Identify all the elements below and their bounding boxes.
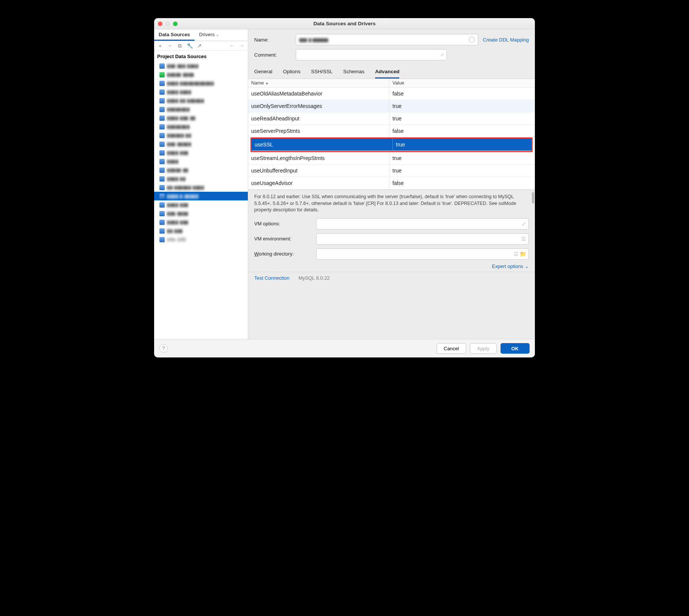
property-value[interactable]: true: [389, 152, 535, 164]
property-row[interactable]: useServerPrepStmtsfalse: [248, 125, 535, 137]
property-value[interactable]: false: [389, 125, 535, 137]
sidebar-item[interactable]: ▮▮▮ ▮▮▮ ▮▮▮▮: [154, 62, 248, 70]
footer: ? Cancel Apply OK: [154, 339, 535, 357]
tab-data-sources[interactable]: Data Sources: [154, 29, 195, 41]
col-name[interactable]: Name▲: [248, 79, 389, 87]
property-row[interactable]: useOnlyServerErrorMessagestrue: [248, 100, 535, 112]
sidebar-item[interactable]: ▮▮▮▮▮▮▮▮: [154, 105, 248, 114]
property-value[interactable]: false: [389, 88, 535, 100]
sidebar-item-label: ▮▮▮▮ ▮▮▮: [167, 150, 188, 156]
help-icon[interactable]: ?: [159, 344, 168, 353]
tab-schemas[interactable]: Schemas: [343, 66, 365, 79]
titlebar: Data Sources and Drivers: [154, 18, 535, 29]
sidebar-item[interactable]: ▮▮▮▮ ▮ ▮▮▮▮▮: [154, 192, 248, 200]
property-row[interactable]: useOldAliasMetadataBehaviorfalse: [248, 88, 535, 100]
expand-icon[interactable]: ⤢: [522, 221, 526, 227]
sidebar-item-label: ▮▮▮▮▮ ▮▮▮▮: [167, 72, 194, 77]
chevron-down-icon: ⌄: [216, 32, 219, 37]
sidebar-item[interactable]: ▮▮▮▮ ▮▮: [154, 174, 248, 183]
settings-icon[interactable]: 🔧: [187, 43, 193, 49]
tab-advanced[interactable]: Advanced: [375, 66, 400, 79]
sidebar-item[interactable]: info 100: [154, 235, 248, 244]
duplicate-icon[interactable]: ⧉: [177, 43, 183, 49]
datasource-icon: [159, 116, 165, 121]
close-icon[interactable]: [158, 22, 162, 26]
property-value[interactable]: false: [389, 177, 535, 189]
datasource-icon: [159, 81, 165, 86]
sidebar-item[interactable]: ▮▮▮▮ ▮▮▮▮: [154, 88, 248, 96]
sidebar-item[interactable]: ▮▮▮ ▮▮▮▮▮: [154, 140, 248, 148]
property-value[interactable]: true: [389, 100, 535, 112]
col-value[interactable]: Value: [389, 79, 535, 87]
vmenv-field[interactable]: ☰: [316, 233, 529, 245]
sidebar-item-label: ▮▮▮▮▮▮▮▮: [167, 124, 190, 129]
chevron-down-icon: ⌄: [525, 263, 529, 269]
property-row[interactable]: useStreamLengthsInPrepStmtstrue: [248, 152, 535, 165]
expand-icon[interactable]: ⤢: [440, 52, 444, 57]
sidebar-item[interactable]: ▮▮▮▮ ▮▮ ▮▮▮▮▮▮: [154, 96, 248, 105]
comment-field[interactable]: ⤢: [296, 49, 447, 60]
sidebar-item[interactable]: ▮▮▮▮ ▮▮▮ ▮▮: [154, 114, 248, 122]
remove-icon[interactable]: −: [167, 43, 173, 49]
sidebar-item[interactable]: ▮▮▮▮▮ ▮▮: [154, 166, 248, 174]
back-arrow-icon[interactable]: ←: [229, 43, 235, 49]
create-ddl-link[interactable]: Create DDL Mapping: [483, 37, 529, 43]
ok-button[interactable]: OK: [501, 343, 530, 354]
sidebar-item[interactable]: ▮▮▮▮ ▮▮▮: [154, 200, 248, 209]
sidebar-item[interactable]: ▮▮▮▮ ▮▮▮: [154, 218, 248, 226]
add-icon[interactable]: ＋: [157, 43, 163, 49]
apply-button[interactable]: Apply: [470, 343, 497, 354]
tab-general[interactable]: General: [254, 66, 272, 79]
list-icon[interactable]: ☰: [514, 251, 519, 257]
property-row[interactable]: useReadAheadInputtrue: [248, 112, 535, 125]
color-circle-icon[interactable]: [469, 37, 475, 43]
sources-list[interactable]: ▮▮▮ ▮▮▮ ▮▮▮▮▮▮▮▮▮ ▮▮▮▮▮▮▮▮ ▮▮▮▮▮▮▮▮▮▮▮▮▮…: [154, 62, 248, 339]
property-row[interactable]: useUsageAdvisorfalse: [248, 177, 535, 189]
tab-drivers[interactable]: Drivers⌄: [195, 29, 224, 41]
forward-arrow-icon[interactable]: →: [239, 43, 245, 49]
sidebar-item[interactable]: ▮▮▮▮▮▮ ▮▮: [154, 131, 248, 140]
wd-field[interactable]: ☰📁: [316, 248, 529, 260]
vmopt-field[interactable]: ⤢: [316, 218, 529, 229]
panel-tabs: General Options SSH/SSL Schemas Advanced: [248, 65, 535, 79]
tab-options[interactable]: Options: [283, 66, 301, 79]
sidebar-item[interactable]: ▮▮▮▮▮▮▮▮: [154, 122, 248, 131]
tab-sshssl[interactable]: SSH/SSL: [311, 66, 333, 79]
test-connection-link[interactable]: Test Connection: [254, 275, 289, 281]
property-value[interactable]: true: [393, 139, 531, 151]
scrollbar-thumb[interactable]: [532, 192, 534, 203]
datasource-icon: [159, 220, 165, 225]
vmenv-label: VM environment:: [254, 236, 311, 242]
datasource-icon: [159, 194, 165, 199]
sidebar-item[interactable]: ▮▮ ▮▮▮▮▮▮ ▮▮▮▮: [154, 183, 248, 192]
property-name: useServerPrepStmts: [248, 125, 389, 137]
property-name: useStreamLengthsInPrepStmts: [248, 152, 389, 164]
export-icon[interactable]: ↗: [196, 43, 202, 49]
property-value[interactable]: true: [389, 112, 535, 125]
datasource-icon: [159, 142, 165, 147]
property-row[interactable]: useUnbufferedInputtrue: [248, 165, 535, 177]
driver-version: MySQL 8.0.22: [298, 275, 330, 281]
sidebar-item[interactable]: ▮▮▮▮▮ ▮▮▮▮: [154, 70, 248, 79]
property-row[interactable]: useSSLtrue: [252, 139, 531, 151]
datasource-icon: [159, 237, 165, 242]
folder-icon[interactable]: 📁: [520, 251, 526, 257]
section-title: Project Data Sources: [154, 51, 248, 62]
main-panel: Name: ▮▮▮ ▮ ▮▮▮▮▮▮ Create DDL Mapping Co…: [248, 29, 535, 339]
property-value[interactable]: true: [389, 165, 535, 177]
sidebar-item[interactable]: ▮▮▮▮: [154, 157, 248, 166]
list-icon[interactable]: ☰: [521, 236, 526, 242]
sidebar-item[interactable]: ▮▮▮ ▮▮▮▮: [154, 209, 248, 218]
zoom-icon[interactable]: [173, 22, 178, 26]
property-name: useOldAliasMetadataBehavior: [248, 88, 389, 100]
sidebar-item-label: ▮▮▮▮ ▮▮ ▮▮▮▮▮▮: [167, 98, 204, 103]
property-name: useOnlyServerErrorMessages: [248, 100, 389, 112]
sidebar-item[interactable]: ▮▮▮▮ ▮▮▮▮▮▮▮▮▮▮▮▮: [154, 79, 248, 88]
sidebar-item[interactable]: ▮▮▮▮ ▮▮▮: [154, 148, 248, 157]
name-field[interactable]: ▮▮▮ ▮ ▮▮▮▮▮▮: [296, 34, 478, 45]
datasource-icon: [159, 89, 165, 95]
datasource-icon: [159, 211, 165, 216]
sidebar-item[interactable]: ▮▮ ▮▮▮: [154, 226, 248, 235]
cancel-button[interactable]: Cancel: [437, 343, 466, 354]
expert-options-link[interactable]: Expert options ⌄: [492, 263, 529, 269]
